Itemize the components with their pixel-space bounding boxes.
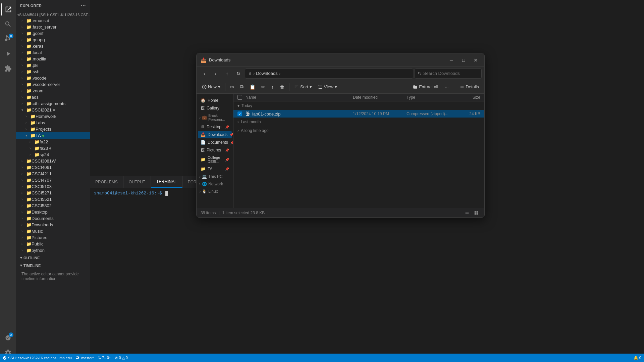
tree-mozilla[interactable]: ›📁.mozilla <box>16 56 90 62</box>
rename-button[interactable]: ✏ <box>259 83 268 91</box>
nav-ta[interactable]: 📁 TA 📌 <box>198 165 232 173</box>
tree-fa22[interactable]: ›📁fa22 <box>16 139 90 145</box>
nav-group-linux[interactable]: › 🐧 Linux <box>197 188 233 195</box>
up-button[interactable]: ↑ <box>222 69 232 79</box>
tree-fa23[interactable]: ›📁fa23 <box>16 145 90 151</box>
paste-button[interactable]: 📋 <box>247 83 258 91</box>
tree-sp24[interactable]: ›📁sp24 <box>16 151 90 158</box>
outline-section[interactable]: ▾ OUTLINE <box>16 254 90 261</box>
source-control-icon[interactable]: 8 <box>1 32 15 46</box>
new-button[interactable]: New ▾ <box>199 83 223 91</box>
tree-vscode[interactable]: ›📁.vscode <box>16 75 90 81</box>
view-button[interactable]: View ▾ <box>315 83 340 91</box>
tree-csci5802[interactable]: ›📁CSCI5802 <box>16 202 90 209</box>
tree-csci2021[interactable]: ▾📁CSCI2021 <box>16 107 90 113</box>
search-bar[interactable] <box>415 69 482 79</box>
tree-desktop[interactable]: ›📁Desktop <box>16 209 90 215</box>
status-sync[interactable]: ⇅ 7↓ 0↑ <box>98 356 111 360</box>
tree-documents[interactable]: ›📁Documents <box>16 215 90 222</box>
close-button[interactable]: ✕ <box>471 55 480 65</box>
details-button[interactable]: Details <box>457 83 482 91</box>
tree-public[interactable]: ›📁Public <box>16 241 90 247</box>
status-notifications[interactable]: 🔔 0 <box>634 356 641 360</box>
tree-csci5521[interactable]: ›📁CSCI5521 <box>16 196 90 202</box>
tree-csci5103[interactable]: ›📁CSCI5103 <box>16 183 90 190</box>
list-view-button[interactable] <box>463 209 471 217</box>
tree-ta[interactable]: ▾📁TA <box>16 132 90 139</box>
tree-labs[interactable]: ›📁Labs <box>16 120 90 126</box>
group-today[interactable]: ▾ Today <box>233 101 484 110</box>
run-icon[interactable] <box>1 47 15 60</box>
tree-ads[interactable]: ›📁ads <box>16 94 90 100</box>
tree-csci3081w[interactable]: ›📁CSCI3081W <box>16 158 90 164</box>
extensions-icon[interactable] <box>1 62 15 75</box>
col-header-name[interactable]: Name <box>246 95 353 100</box>
nav-pictures[interactable]: 🖼 Pictures 📌 <box>198 146 232 154</box>
tree-csci4061[interactable]: ›📁CSCI4061 <box>16 164 90 171</box>
explorer-icon[interactable] <box>1 3 15 16</box>
minimize-button[interactable]: ─ <box>447 55 456 65</box>
nav-group-network[interactable]: › 🌐 Network <box>197 180 233 188</box>
group-lastmonth[interactable]: › Last month <box>233 118 484 126</box>
tree-music[interactable]: ›📁Music <box>16 228 90 234</box>
sort-button[interactable]: Sort ▾ <box>291 83 315 91</box>
address-bar[interactable]: 🖥 › Downloads › <box>245 69 413 79</box>
share-button[interactable]: ↑ <box>269 83 276 91</box>
tree-fastx[interactable]: ›📁.fastx_server <box>16 24 90 30</box>
tree-csci4211[interactable]: ›📁CSCI4211 <box>16 171 90 177</box>
delete-button[interactable]: 🗑 <box>277 83 287 91</box>
tree-pictures[interactable]: ›📁Pictures <box>16 234 90 241</box>
tree-zoom[interactable]: ›📁.zoom <box>16 88 90 94</box>
tree-csci5271[interactable]: ›📁CSCI5271 <box>16 190 90 196</box>
maximize-button[interactable]: □ <box>459 55 468 65</box>
file-check-lab01[interactable]: ✓ <box>237 111 246 116</box>
tab-terminal[interactable]: TERMINAL <box>151 176 182 188</box>
copy-button[interactable]: ⧉ <box>237 83 246 91</box>
tree-gnupg[interactable]: ›📁.gnupg <box>16 37 90 43</box>
status-ssh[interactable]: SSH: csel-kh1262-16.cselabs.umn.edu <box>3 356 72 360</box>
tab-problems[interactable]: PROBLEMS <box>90 176 123 188</box>
forward-button[interactable]: › <box>211 69 221 79</box>
group-longtime[interactable]: › A long time ago <box>233 126 484 135</box>
nav-documents[interactable]: 📄 Documents 📌 <box>198 139 232 146</box>
search-input[interactable] <box>423 71 479 76</box>
tree-downloads[interactable]: ›📁Downloads <box>16 222 90 228</box>
remote-icon[interactable]: 2 <box>1 331 15 345</box>
status-branch[interactable]: master* <box>76 356 94 360</box>
tree-homework[interactable]: ›📁Homework <box>16 113 90 120</box>
col-header-date[interactable]: Date modified <box>353 95 407 100</box>
file-row-lab01[interactable]: ✓ 🗜 lab01-code.zip 1/12/2024 10:19 PM Co… <box>233 110 484 118</box>
nav-college[interactable]: 📁 College-DESI... 📌 <box>198 154 232 165</box>
tree-csci4707[interactable]: ›📁CSCI4707 <box>16 177 90 183</box>
nav-group-thispc[interactable]: › 💻 This PC <box>197 173 233 180</box>
select-all-checkbox[interactable] <box>237 95 242 100</box>
nav-home[interactable]: 🏠 Home <box>198 97 232 104</box>
nav-gallery[interactable]: 🖼 Gallery <box>198 104 232 112</box>
tree-projects[interactable]: ›📁Projects <box>16 126 90 132</box>
tree-python[interactable]: ›📁python <box>16 247 90 254</box>
timeline-section[interactable]: ▾ TIMELINE <box>16 261 90 269</box>
address-downloads[interactable]: Downloads <box>256 71 277 76</box>
explorer-menu-button[interactable]: ··· <box>81 3 86 9</box>
col-header-type[interactable]: Type <box>407 95 453 100</box>
tree-keras[interactable]: ›📁.keras <box>16 43 90 49</box>
cut-button[interactable]: ✂ <box>227 83 237 91</box>
tree-ssh[interactable]: ›📁.ssh <box>16 69 90 75</box>
tab-output[interactable]: OUTPUT <box>123 176 151 188</box>
tree-emacs[interactable]: ›📁.emacs.d <box>16 17 90 24</box>
nav-group-brock[interactable]: › 💼 Brock - Persona... <box>197 112 233 123</box>
tree-root[interactable]: ▾ SHAMB041 [SSH: CSEL-KH1262-16.CSE... <box>16 12 90 17</box>
header-check[interactable] <box>237 95 246 100</box>
tree-vscode-server[interactable]: ›📁.vscode-server <box>16 81 90 88</box>
nav-downloads[interactable]: 📥 Downloads 📌 <box>198 131 232 138</box>
refresh-button[interactable]: ↻ <box>233 69 244 79</box>
tree-gconf[interactable]: ›📁.gconf <box>16 30 90 37</box>
search-icon[interactable] <box>1 17 15 31</box>
nav-desktop[interactable]: 🖥 Desktop 📌 <box>198 123 232 131</box>
status-errors[interactable]: ⊗ 0 △ 0 <box>115 356 127 360</box>
back-button[interactable]: ‹ <box>199 69 209 79</box>
extract-all-button[interactable]: Extract all <box>410 83 441 91</box>
tree-pki[interactable]: ›📁.pki <box>16 62 90 69</box>
tree-local[interactable]: ›📁.local <box>16 49 90 56</box>
file-checkbox-lab01[interactable]: ✓ <box>237 111 242 116</box>
